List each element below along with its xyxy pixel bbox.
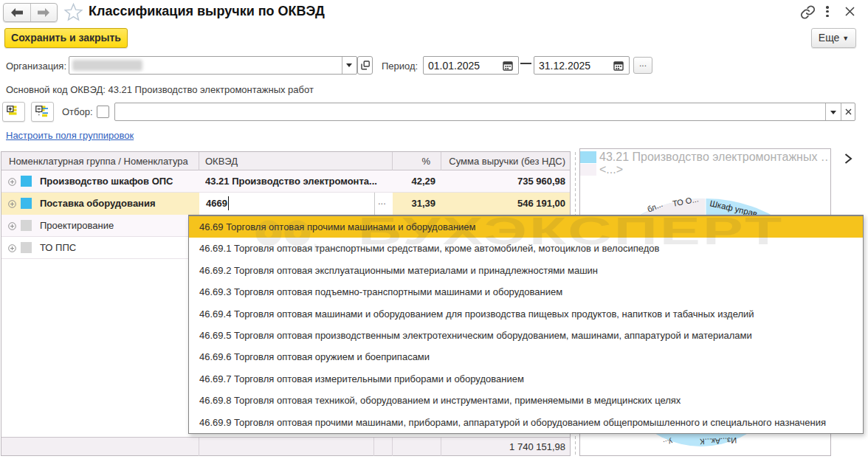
svg-text:Из...Ак...К: Из...Ак...К: [700, 436, 737, 446]
svg-text:у...: у...: [663, 438, 674, 448]
